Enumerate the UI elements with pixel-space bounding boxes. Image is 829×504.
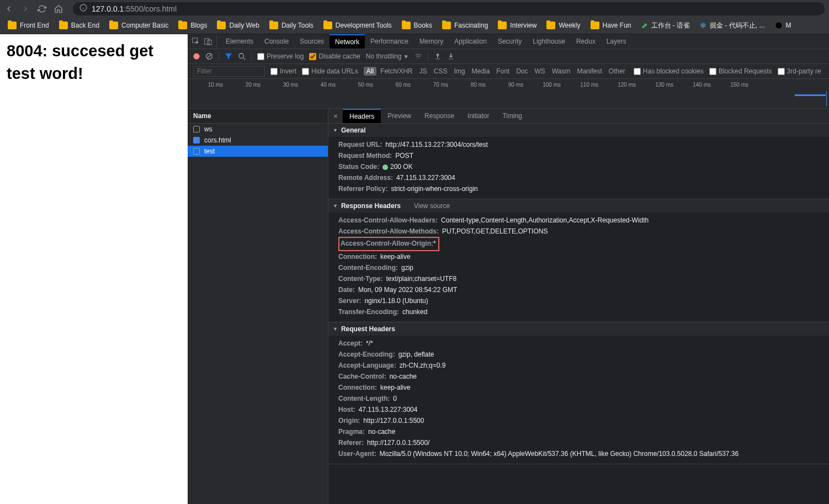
clear-icon[interactable] (205, 52, 213, 60)
type-filter-fetch-xhr[interactable]: Fetch/XHR (378, 67, 416, 76)
devtools-tab-elements[interactable]: Elements (220, 34, 259, 49)
devtools-tab-layers[interactable]: Layers (601, 34, 632, 49)
bookmark-label: Front End (20, 22, 49, 29)
devtools-tab-security[interactable]: Security (492, 34, 527, 49)
devtools-tab-redux[interactable]: Redux (571, 34, 601, 49)
device-toggle-icon[interactable] (204, 38, 212, 45)
bookmark-item[interactable]: Weekly (543, 22, 583, 29)
detail-tab-response[interactable]: Response (418, 109, 461, 123)
detail-tab-preview[interactable]: Preview (381, 109, 418, 123)
filter-icon[interactable] (225, 52, 232, 60)
hide-data-urls-checkbox[interactable]: Hide data URLs (302, 67, 358, 75)
detail-tab-timing[interactable]: Timing (496, 109, 529, 123)
type-filter-media[interactable]: Media (469, 67, 492, 76)
folder-icon (498, 22, 507, 29)
type-filter-doc[interactable]: Doc (513, 67, 530, 76)
bookmark-item[interactable]: Books (398, 22, 435, 29)
request-name: ws (204, 125, 212, 133)
bookmark-item[interactable]: Blogs (175, 22, 210, 29)
search-icon[interactable] (238, 52, 246, 60)
third-party-checkbox[interactable]: 3rd-party re (778, 67, 821, 75)
bookmark-item[interactable]: ⬈工作台 - 语雀 (638, 21, 694, 30)
record-button[interactable] (193, 53, 200, 60)
has-blocked-cookies-checkbox[interactable]: Has blocked cookies (634, 67, 704, 75)
request-row[interactable]: ws (188, 124, 328, 135)
blocked-requests-checkbox[interactable]: Blocked Requests (709, 67, 772, 75)
throttling-dropdown[interactable]: No throttling ▼ (366, 52, 409, 60)
devtools-tab-performance[interactable]: Performance (365, 34, 414, 49)
bookmark-item[interactable]: Fascinating (439, 22, 491, 29)
bookmark-label: Development Tools (336, 22, 392, 29)
folder-icon (323, 22, 332, 29)
svg-line-7 (208, 55, 211, 59)
request-list-header[interactable]: Name (188, 109, 328, 124)
status-dot-icon (382, 165, 388, 170)
kv-row: Content-Length:0 (338, 393, 825, 404)
request-row[interactable]: test (188, 146, 328, 157)
detail-tab-initiator[interactable]: Initiator (461, 109, 496, 123)
bookmark-item[interactable]: Daily Web (214, 22, 262, 29)
folder-icon (546, 22, 555, 29)
bookmark-item[interactable]: M (772, 22, 795, 29)
devtools-tab-network[interactable]: Network (330, 34, 365, 49)
upload-icon[interactable] (434, 52, 442, 60)
svg-point-8 (239, 54, 244, 59)
bookmark-item[interactable]: Computer Basic (106, 22, 172, 29)
invert-checkbox[interactable]: Invert (270, 67, 296, 75)
disable-cache-checkbox[interactable]: Disable cache (309, 52, 360, 60)
bookmark-label: Blogs (190, 22, 207, 29)
detail-tab-headers[interactable]: Headers (343, 109, 381, 123)
type-filter-ws[interactable]: WS (532, 67, 548, 76)
type-filter-img[interactable]: Img (451, 67, 467, 76)
svg-line-9 (243, 58, 246, 60)
filter-input[interactable] (193, 66, 265, 77)
close-detail-button[interactable]: × (328, 112, 343, 120)
kv-row: Content-Encoding:gzip (338, 262, 825, 273)
kv-row: Transfer-Encoding:chunked (338, 306, 825, 317)
bookmark-item[interactable]: Have Fun (587, 22, 635, 29)
triangle-down-icon: ▼ (333, 326, 338, 332)
lark-icon: ⬈ (641, 21, 648, 30)
network-timeline[interactable]: 10 ms20 ms30 ms40 ms50 ms60 ms70 ms80 ms… (188, 79, 829, 109)
network-filter-row: Invert Hide data URLs AllFetch/XHRJSCSSI… (188, 64, 829, 79)
type-filter-manifest[interactable]: Manifest (574, 67, 604, 76)
type-filter-wasm[interactable]: Wasm (549, 67, 573, 76)
section-heading-request[interactable]: ▼Request Headers (328, 322, 829, 336)
bookmark-item[interactable]: Front End (4, 22, 52, 29)
bookmark-item[interactable]: ❄掘金 - 代码不止, ... (697, 21, 768, 30)
type-filter-other[interactable]: Other (606, 67, 628, 76)
devtools-tab-application[interactable]: Application (449, 34, 492, 49)
type-filter-css[interactable]: CSS (431, 67, 450, 76)
kv-row: Cache-Control:no-cache (338, 371, 825, 382)
section-heading-general[interactable]: ▼General (328, 124, 829, 137)
type-filter-all[interactable]: All (364, 67, 376, 76)
view-source-link[interactable]: View source (414, 202, 450, 210)
section-heading-response[interactable]: ▼Response HeadersView source (328, 199, 829, 213)
devtools-tab-sources[interactable]: Sources (294, 34, 330, 49)
devtools-tab-lighthouse[interactable]: Lighthouse (527, 34, 571, 49)
type-filter-font[interactable]: Font (493, 67, 512, 76)
request-row[interactable]: cors.html (188, 135, 328, 146)
wifi-icon[interactable] (415, 52, 422, 60)
reload-button[interactable] (38, 4, 46, 13)
inspect-icon[interactable] (192, 38, 200, 45)
kv-row: Remote Address:47.115.13.227:3004 (338, 172, 825, 183)
page-text: 8004: succesed get test word! (7, 40, 181, 84)
bookmark-label: Back End (71, 22, 99, 29)
forward-button[interactable] (21, 4, 30, 13)
bookmark-item[interactable]: Daily Tools (266, 22, 317, 29)
kv-row: Status Code:200 OK (338, 161, 825, 172)
request-name: test (204, 147, 215, 155)
preserve-log-checkbox[interactable]: Preserve log (257, 52, 304, 60)
address-bar[interactable]: 127.0.0.1:5500/cors.html (73, 2, 825, 15)
devtools-tab-memory[interactable]: Memory (414, 34, 449, 49)
devtools-tab-console[interactable]: Console (259, 34, 294, 49)
bookmark-item[interactable]: Back End (56, 22, 103, 29)
timeline-tick: 70 ms (413, 82, 450, 88)
download-icon[interactable] (447, 52, 455, 60)
home-button[interactable] (54, 4, 63, 13)
back-button[interactable] (4, 4, 13, 13)
type-filter-js[interactable]: JS (417, 67, 430, 76)
bookmark-item[interactable]: Development Tools (320, 22, 395, 29)
bookmark-item[interactable]: Interview (495, 22, 540, 29)
